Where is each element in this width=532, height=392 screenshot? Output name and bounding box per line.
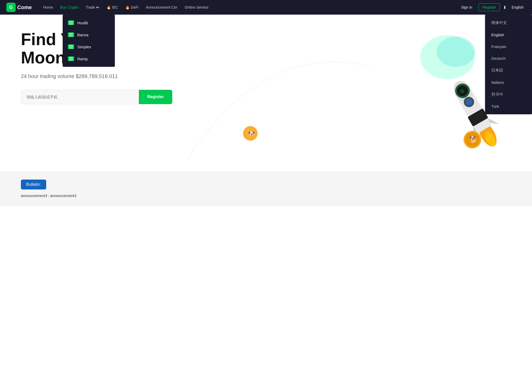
huobi-icon (68, 20, 74, 25)
download-button[interactable]: ⬇ (503, 5, 506, 10)
nav-buy-crypto[interactable]: Buy Crypto (57, 0, 81, 15)
svg-text:🐶: 🐶 (248, 130, 255, 136)
huobi-label: HuoBi (77, 21, 88, 25)
buy-crypto-ramp[interactable]: Ramp (63, 53, 115, 65)
svg-point-0 (243, 126, 258, 141)
lang-japanese[interactable]: 日本語 (485, 64, 532, 76)
lang-french[interactable]: Français (485, 41, 532, 52)
email-phone-input[interactable] (21, 90, 139, 104)
bulletin-header: Bulletin: (21, 180, 511, 189)
bulletin-section: Bulletin: announcement3 : announcement3 (0, 171, 532, 206)
banxa-label: Banxa (77, 33, 88, 37)
lang-english[interactable]: English (485, 29, 532, 41)
svg-text:🐕: 🐕 (469, 135, 478, 144)
nav-defi[interactable]: 🔥 DeFi (122, 0, 141, 15)
svg-point-3 (437, 37, 475, 67)
nav-online-service[interactable]: Online Service (181, 0, 211, 15)
nav-register-button[interactable]: Register (478, 3, 500, 11)
buy-crypto-huobi[interactable]: HuoBi (63, 17, 115, 29)
announcement-text: announcement3 : announcement3 (21, 194, 511, 198)
lang-italian[interactable]: Italiano (485, 76, 532, 88)
bulletin-badge: Bulletin: (21, 180, 46, 189)
buy-crypto-simplex[interactable]: Simplex (63, 41, 115, 53)
logo-text: Come (17, 4, 32, 10)
lang-german[interactable]: Deutsch (485, 52, 532, 64)
nav-trade[interactable]: Trade ▾ (82, 0, 102, 15)
ramp-icon (68, 56, 74, 61)
lang-simplified-chinese[interactable]: 简体中文 (485, 17, 532, 29)
logo[interactable]: G Come (6, 3, 32, 12)
lang-turkish[interactable]: Türk (485, 100, 532, 112)
lang-korean[interactable]: 한국어 (485, 88, 532, 100)
hero-form: Register (21, 90, 172, 104)
download-icon: ⬇ (503, 5, 506, 10)
simplex-label: Simplex (77, 45, 91, 49)
sign-in-button[interactable]: Sign in (458, 4, 475, 11)
language-dropdown: 简体中文 English Français Deutsch 日本語 Italia… (485, 15, 532, 114)
logo-icon: G (6, 3, 16, 12)
nav-announcement[interactable]: Announcement Cer (143, 0, 181, 15)
navbar: G Come Home Buy Crypto Trade ▾ 🔥 IEC 🔥 D… (0, 0, 532, 15)
language-button[interactable]: English (510, 4, 526, 11)
nav-links: Home Buy Crypto Trade ▾ 🔥 IEC 🔥 DeFi Ann… (40, 0, 458, 15)
ramp-label: Ramp (77, 57, 88, 61)
nav-right: Sign in Register ⬇ English (458, 3, 526, 11)
hero-register-button[interactable]: Register (139, 90, 172, 104)
nav-iec[interactable]: 🔥 IEC (103, 0, 121, 15)
banxa-icon (68, 32, 74, 37)
simplex-icon (68, 44, 74, 49)
nav-home[interactable]: Home (40, 0, 56, 15)
buy-crypto-banxa[interactable]: Banxa (63, 29, 115, 41)
buy-crypto-dropdown: HuoBi Banxa Simplex Ramp (63, 15, 115, 67)
